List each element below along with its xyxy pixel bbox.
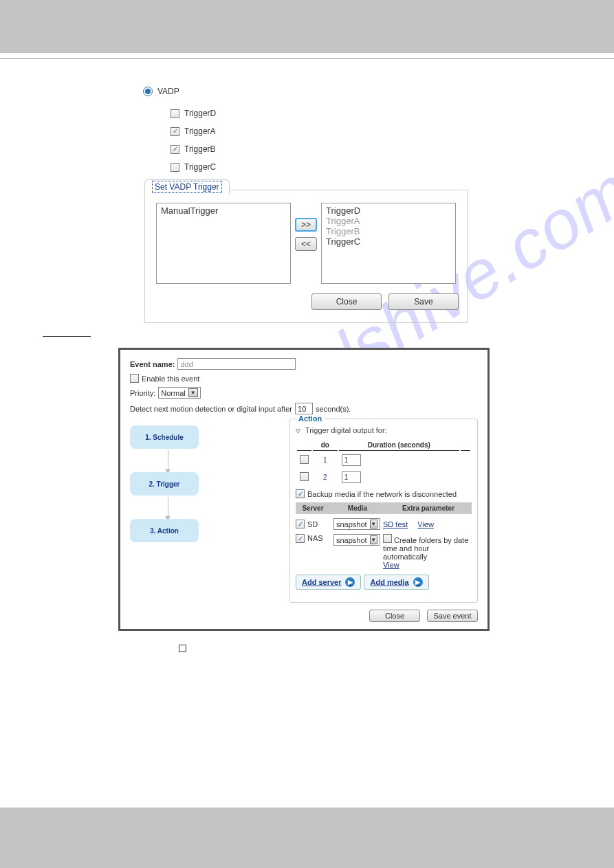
media-select[interactable]: snapshot ▼ (333, 518, 380, 530)
vadp-radio-row[interactable]: VADP (143, 87, 473, 96)
save-event-button[interactable]: Save event (427, 610, 478, 622)
trigger-label: TriggerA (184, 126, 216, 136)
checkbox-icon[interactable] (300, 455, 309, 464)
priority-value: Normal (161, 389, 185, 397)
duration-input[interactable]: 1 (342, 454, 361, 466)
extra-header: Extra parameter (385, 502, 472, 514)
checkbox-icon[interactable] (383, 534, 392, 543)
digital-output-label: Trigger digital output for: (305, 426, 387, 434)
trigger-label: TriggerB (184, 144, 216, 154)
close-button[interactable]: Close (369, 610, 420, 622)
list-item: TriggerB (326, 226, 451, 236)
media-value: snapshot (336, 520, 367, 528)
list-item[interactable]: TriggerD (326, 205, 451, 216)
close-button[interactable]: Close (311, 293, 382, 310)
sd-test-link[interactable]: SD test (383, 520, 408, 528)
add-server-label: Add server (302, 578, 341, 586)
trigger-label: TriggerD (184, 109, 216, 118)
list-item[interactable]: TriggerC (326, 236, 451, 247)
checkbox-icon[interactable] (296, 489, 305, 498)
remove-button[interactable]: << (295, 237, 317, 251)
event-name-input[interactable]: ddd (177, 358, 296, 370)
add-server-button[interactable]: Add server ▶ (296, 575, 361, 590)
media-row: SD snapshot ▼ SD test View (296, 518, 472, 530)
list-item[interactable]: ManualTrigger (161, 205, 286, 216)
table-row: 2 1 (297, 469, 470, 485)
arrow-down-icon (168, 450, 168, 471)
media-header: Media (330, 502, 385, 514)
checkbox-placeholder-icon (179, 645, 186, 652)
checkbox-icon[interactable] (171, 127, 179, 136)
trigger-row[interactable]: TriggerA (171, 126, 473, 136)
list-item: TriggerA (326, 216, 451, 226)
view-link[interactable]: View (383, 561, 399, 569)
priority-label: Priority: (130, 389, 155, 397)
server-header: Server (296, 502, 330, 514)
step-trigger[interactable]: 2. Trigger (130, 472, 199, 496)
enable-event-label: Enable this event (142, 375, 199, 383)
priority-select[interactable]: Normal ▼ (158, 387, 200, 399)
radio-icon (143, 87, 153, 96)
body-text (41, 642, 573, 654)
checkbox-icon[interactable] (171, 145, 179, 154)
do-header: do (313, 440, 338, 451)
do-id: 2 (313, 469, 338, 485)
step-action[interactable]: 3. Action (130, 519, 199, 542)
arrow-down-icon (168, 497, 168, 518)
event-panel: Event name: ddd Enable this event Priori… (118, 348, 490, 631)
checkbox-icon[interactable] (300, 472, 309, 481)
media-select[interactable]: snapshot ▼ (333, 534, 380, 546)
checkbox-icon[interactable] (171, 163, 179, 172)
detect-text-post: second(s). (316, 405, 351, 413)
action-legend: Action (296, 414, 325, 423)
vadp-label: VADP (157, 87, 179, 96)
header-bar (0, 0, 614, 53)
trigger-row[interactable]: TriggerB (171, 144, 473, 154)
detect-interval-input[interactable]: 10 (295, 403, 313, 414)
view-link[interactable]: View (417, 520, 434, 528)
table-row: 1 1 (297, 452, 470, 468)
create-folders-label: Create folders by date time and hour aut… (383, 536, 468, 561)
checkbox-icon[interactable] (130, 374, 139, 383)
server-name: NAS (307, 534, 331, 542)
step-schedule[interactable]: 1. Schedule (130, 425, 199, 449)
media-value: snapshot (336, 536, 367, 544)
chevron-down-icon: ▼ (188, 388, 198, 397)
vadp-tab[interactable]: Set VADP Trigger (144, 179, 230, 194)
trigger-row[interactable]: TriggerD (171, 109, 473, 118)
media-row: NAS snapshot ▼ Create folders by date ti… (296, 534, 472, 569)
duration-input[interactable]: 1 (342, 471, 361, 483)
checkbox-icon[interactable] (296, 534, 305, 543)
vadp-tab-label: Set VADP Trigger (152, 181, 222, 193)
collapse-icon[interactable]: ▽ (296, 427, 300, 434)
do-id: 1 (313, 452, 338, 468)
add-media-label: Add media (370, 578, 408, 586)
trigger-label: TriggerC (184, 162, 216, 172)
checkbox-icon[interactable] (171, 109, 179, 118)
chevron-down-icon: ▼ (370, 520, 377, 528)
server-name: SD (307, 520, 331, 528)
action-fieldset: Action ▽ Trigger digital output for: do … (289, 419, 478, 603)
body-text (43, 331, 311, 340)
trigger-row[interactable]: TriggerC (171, 162, 473, 172)
save-button[interactable]: Save (388, 293, 459, 310)
media-header-row: Server Media Extra parameter (296, 502, 472, 514)
add-button[interactable]: >> (295, 218, 317, 232)
footer-bar (0, 808, 614, 868)
chevron-down-icon: ▼ (370, 535, 377, 544)
checkbox-icon[interactable] (296, 520, 305, 528)
steps-sidebar: 1. Schedule 2. Trigger 3. Action (130, 419, 206, 603)
available-list[interactable]: ManualTrigger (156, 203, 291, 284)
selected-list[interactable]: TriggerD TriggerA TriggerB TriggerC (321, 203, 456, 284)
event-name-label: Event name: (130, 360, 175, 368)
detect-text-pre: Detect next motion detection or digital … (130, 405, 292, 413)
plus-circle-icon: ▶ (345, 577, 355, 587)
backup-label: Backup media if the network is disconnec… (307, 490, 457, 498)
plus-circle-icon: ▶ (413, 577, 423, 587)
add-media-button[interactable]: Add media ▶ (364, 575, 428, 590)
duration-header: Duration (seconds) (339, 440, 459, 451)
vadp-panel: Set VADP Trigger ManualTrigger >> << Tri… (144, 190, 468, 323)
